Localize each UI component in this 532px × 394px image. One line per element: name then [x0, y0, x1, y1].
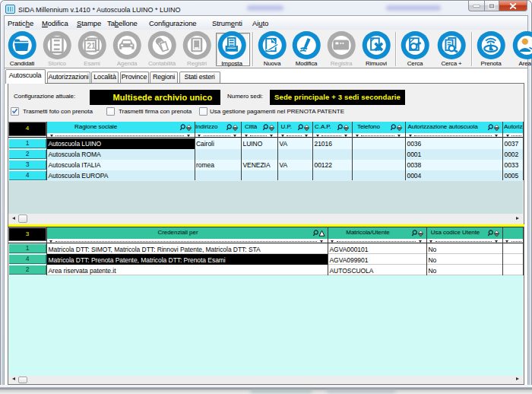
svg-text:21: 21 — [87, 43, 97, 51]
